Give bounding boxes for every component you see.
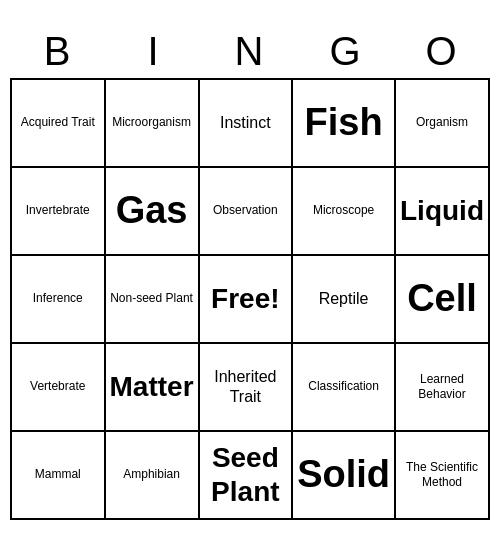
bingo-cell: Matter xyxy=(106,344,200,432)
bingo-cell: Inherited Trait xyxy=(200,344,294,432)
cell-text: Free! xyxy=(211,282,279,316)
cell-text: Classification xyxy=(308,379,379,393)
bingo-cell: Organism xyxy=(396,80,490,168)
header-letter: I xyxy=(106,25,202,78)
bingo-cell: Inference xyxy=(12,256,106,344)
bingo-cell: Learned Behavior xyxy=(396,344,490,432)
bingo-cell: Free! xyxy=(200,256,294,344)
cell-text: Invertebrate xyxy=(26,203,90,217)
bingo-cell: Microorganism xyxy=(106,80,200,168)
cell-text: Mammal xyxy=(35,467,81,481)
bingo-cell: Classification xyxy=(293,344,396,432)
cell-text: Observation xyxy=(213,203,278,217)
bingo-cell: Solid xyxy=(293,432,396,520)
bingo-cell: Invertebrate xyxy=(12,168,106,256)
cell-text: Amphibian xyxy=(123,467,180,481)
cell-text: Seed Plant xyxy=(204,441,288,508)
bingo-cell: Non-seed Plant xyxy=(106,256,200,344)
cell-text: Learned Behavior xyxy=(400,372,484,401)
cell-text: Microorganism xyxy=(112,115,191,129)
cell-text: Instinct xyxy=(220,113,271,132)
bingo-grid: Acquired TraitMicroorganismInstinctFishO… xyxy=(10,78,490,520)
cell-text: Matter xyxy=(110,370,194,404)
bingo-header: BINGO xyxy=(10,25,490,78)
bingo-cell: Cell xyxy=(396,256,490,344)
cell-text: Inference xyxy=(33,291,83,305)
cell-text: Acquired Trait xyxy=(21,115,95,129)
bingo-cell: Liquid xyxy=(396,168,490,256)
cell-text: Reptile xyxy=(319,289,369,308)
bingo-cell: Acquired Trait xyxy=(12,80,106,168)
header-letter: O xyxy=(394,25,490,78)
cell-text: Liquid xyxy=(400,194,484,228)
bingo-cell: Mammal xyxy=(12,432,106,520)
cell-text: Cell xyxy=(407,276,477,322)
cell-text: Gas xyxy=(116,188,188,234)
cell-text: Inherited Trait xyxy=(204,367,288,405)
cell-text: Non-seed Plant xyxy=(110,291,193,305)
cell-text: Microscope xyxy=(313,203,374,217)
bingo-cell: Amphibian xyxy=(106,432,200,520)
bingo-cell: Microscope xyxy=(293,168,396,256)
cell-text: The Scientific Method xyxy=(400,460,484,489)
cell-text: Solid xyxy=(297,452,390,498)
bingo-cell: Reptile xyxy=(293,256,396,344)
bingo-cell: Gas xyxy=(106,168,200,256)
bingo-cell: Fish xyxy=(293,80,396,168)
header-letter: B xyxy=(10,25,106,78)
bingo-cell: Vertebrate xyxy=(12,344,106,432)
bingo-cell: Seed Plant xyxy=(200,432,294,520)
header-letter: N xyxy=(202,25,298,78)
header-letter: G xyxy=(298,25,394,78)
bingo-cell: Observation xyxy=(200,168,294,256)
cell-text: Organism xyxy=(416,115,468,129)
bingo-card: BINGO Acquired TraitMicroorganismInstinc… xyxy=(10,25,490,520)
cell-text: Fish xyxy=(305,100,383,146)
bingo-cell: The Scientific Method xyxy=(396,432,490,520)
bingo-cell: Instinct xyxy=(200,80,294,168)
cell-text: Vertebrate xyxy=(30,379,85,393)
